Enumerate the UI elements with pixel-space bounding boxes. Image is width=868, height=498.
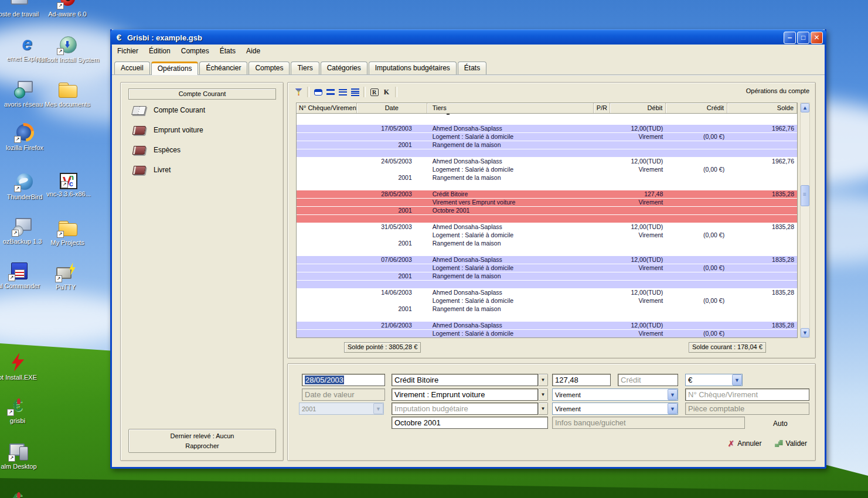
desktop-icon-my-projects[interactable]: ↗My Projects (32, 218, 103, 247)
desktop-icon-grisbi[interactable]: €↗grisbi (0, 396, 53, 425)
transaction-line[interactable]: 2001Rangement de la maison (297, 240, 797, 248)
credit-field[interactable]: Crédit (618, 374, 678, 386)
notes-field[interactable]: Octobre 2001 (392, 417, 548, 429)
tab-accueil[interactable]: Accueil (114, 62, 150, 74)
menu-aide[interactable]: Aide (241, 46, 265, 56)
chevron-down-icon[interactable]: ▼ (732, 374, 742, 386)
desktop-icon-putty[interactable]: ↗PuTTY (30, 262, 101, 291)
desktop-icon-alm-desktop[interactable]: ↗alm Desktop (0, 442, 54, 470)
maximize-button[interactable]: □ (797, 32, 809, 44)
tab-opérations[interactable]: Opérations (151, 62, 199, 75)
tab-comptes[interactable]: Comptes (249, 62, 290, 74)
sidebar-account-compte-courant[interactable]: Compte Courant (132, 104, 205, 116)
transaction-line[interactable] (297, 248, 797, 256)
tab-catégories[interactable]: Catégories (321, 62, 367, 74)
piece-comptable-field[interactable]: Pièce comptable (685, 403, 809, 415)
transaction-line[interactable]: Logement : Salarié à domicileVirement(0,… (297, 330, 797, 338)
payment-type-credit-select[interactable]: Virement ▼ (552, 403, 678, 415)
two-lines-view-icon[interactable] (324, 86, 336, 98)
date-valeur-field[interactable]: Date de valeur (302, 388, 385, 401)
validate-button[interactable]: Valider (775, 439, 807, 448)
transaction-line[interactable]: Logement : Salarié à domicileVirement(0,… (297, 231, 797, 240)
chevron-down-icon[interactable]: ▼ (668, 403, 678, 414)
minimize-button[interactable]: ‒ (784, 32, 796, 44)
transaction-row[interactable]: 24/05/2003Ahmed Donsaha-Saplass12,00(TUD… (297, 158, 797, 190)
show-reconciled-icon[interactable]: R (368, 86, 380, 98)
transaction-line[interactable]: 2001Octobre 2001 (297, 207, 797, 215)
transaction-line[interactable]: 2001Rangement de la maison (297, 141, 797, 149)
transaction-line[interactable] (297, 313, 797, 322)
transaction-line[interactable]: Logement : Salarié à domicileVirement(0,… (297, 166, 797, 174)
transaction-line[interactable]: 28/05/2003Crédit Bitoire127,481835,28 (297, 190, 797, 199)
exercice-select[interactable]: 2001 ▼ (299, 403, 384, 415)
scroll-down-icon[interactable]: ▼ (801, 328, 809, 337)
desktop-icon-mes-documents[interactable]: Mes documents (32, 80, 103, 108)
scroll-up-icon[interactable]: ▲ (801, 103, 809, 112)
payment-type-debit-select[interactable]: Virement ▼ (552, 388, 678, 401)
tab-échéancier[interactable]: Échéancier (199, 62, 247, 74)
budget-dropdown-icon[interactable]: ▼ (538, 403, 548, 415)
transaction-row[interactable]: 17/05/2003Ahmed Donsaha-Saplass12,00(TUD… (297, 125, 797, 158)
tab-états[interactable]: États (458, 62, 486, 74)
tab-tiers[interactable]: Tiers (291, 62, 319, 74)
column-header-date[interactable]: Date (357, 103, 427, 113)
sidebar-account-livret[interactable]: Livret (132, 164, 171, 176)
transaction-line[interactable]: 21/06/2003Ahmed Donsaha-Saplass12,00(TUD… (297, 322, 797, 330)
column-header-debit[interactable]: Débit (610, 103, 666, 113)
transaction-line[interactable] (297, 149, 797, 158)
desktop-icon-ot-install-exe[interactable]: ot Install.EXE (0, 353, 53, 381)
close-button[interactable]: ✕ (811, 32, 823, 44)
category-dropdown-icon[interactable]: ▼ (538, 388, 548, 401)
column-header-cheque[interactable]: N° Chèque/Virement (297, 103, 357, 113)
transaction-line[interactable]: 07/06/2003Ahmed Donsaha-Saplass12,00(TUD… (297, 256, 797, 264)
column-header-pr[interactable]: P/R (594, 103, 610, 113)
transaction-line[interactable]: Logement : Salarié à domicileVirement(0,… (297, 264, 797, 272)
tiers-field[interactable]: Crédit Bitoire (392, 374, 538, 386)
transaction-line[interactable] (297, 182, 797, 190)
reconcile-button[interactable]: Dernier relevé : Aucun Rapprocher (128, 429, 276, 453)
vertical-scrollbar[interactable]: ▲ ▼ (800, 103, 810, 338)
desktop-icon-ad-aware-6-0[interactable]: ↗Ad-aware 6.0 (32, 0, 103, 18)
transaction-row[interactable]: 31/05/2003Ahmed Donsaha-Saplass12,00(TUD… (297, 223, 797, 256)
transaction-row[interactable]: 21/06/2003Ahmed Donsaha-Saplass12,00(TUD… (297, 322, 797, 338)
transaction-row[interactable]: 14/06/2003Ahmed Donsaha-Saplass12,00(TUD… (297, 289, 797, 322)
chevron-down-icon[interactable]: ▼ (373, 403, 383, 414)
transaction-line[interactable]: Logement : Salarié à domicileVirement(0,… (297, 133, 797, 141)
cheque-number-field[interactable]: N° Chèque/Virement (685, 388, 809, 401)
category-field[interactable]: Virement : Emprunt voiture (392, 388, 538, 401)
four-lines-view-icon[interactable] (349, 86, 361, 98)
hide-reconciled-icon[interactable]: K (380, 86, 393, 98)
transaction-line[interactable]: 2001Rangement de la maison (297, 272, 797, 281)
scrollbar-thumb[interactable] (801, 185, 809, 206)
one-line-view-icon[interactable] (312, 86, 324, 98)
transaction-line[interactable]: 2001Rangement de la maison (297, 174, 797, 182)
menu-tats[interactable]: États (215, 46, 241, 56)
chevron-down-icon[interactable]: ▼ (668, 389, 678, 400)
tab-imputations-budgétaires[interactable]: Imputations budgétaires (369, 62, 457, 74)
menu-fichier[interactable]: Fichier (112, 46, 144, 56)
filter-icon[interactable] (292, 86, 305, 98)
transaction-line[interactable]: 31/05/2003Ahmed Donsaha-Saplass12,00(TUD… (297, 223, 797, 231)
transaction-line[interactable]: 24/05/2003Ahmed Donsaha-Saplass12,00(TUD… (297, 158, 797, 166)
transaction-line[interactable] (297, 281, 797, 289)
column-header-tiers[interactable]: Tiers (427, 103, 594, 113)
transaction-line[interactable]: 17/05/2003Ahmed Donsaha-Saplass12,00(TUD… (297, 125, 797, 133)
three-lines-view-icon[interactable] (336, 86, 349, 98)
transaction-line[interactable]: 2001Rangement de la maison (297, 305, 797, 313)
titlebar[interactable]: € Grisbi : example.gsb ‒ □ ✕ (110, 29, 826, 46)
transaction-line[interactable]: Logement : Salarié à domicileVirement(0,… (297, 297, 797, 305)
menu-dition[interactable]: Édition (144, 46, 176, 56)
column-header-solde[interactable]: Solde (727, 103, 797, 113)
desktop-icon-icon[interactable]: €↗ (0, 490, 53, 498)
debit-field[interactable]: 127,48 (552, 374, 611, 386)
date-field[interactable]: 28/05/2003 (302, 374, 385, 386)
tiers-dropdown-icon[interactable]: ▼ (538, 374, 548, 386)
cancel-button[interactable]: ✗ Annuler (727, 439, 761, 448)
desktop-icon-vnc-3-3-6-x86[interactable]: V↗vnc-3.3.6-x86... (33, 171, 104, 198)
desktop-icon-lozilla-firefox[interactable]: ↗lozilla Firefox (0, 123, 60, 152)
budget-field[interactable]: Imputation budgétaire (392, 403, 538, 415)
sidebar-account-emprunt-voiture[interactable]: Emprunt voiture (132, 124, 203, 136)
currency-select[interactable]: € ▼ (685, 374, 743, 386)
transaction-line[interactable]: Virement vers Emprunt voitureVirement (297, 199, 797, 207)
transaction-row[interactable]: 07/06/2003Ahmed Donsaha-Saplass12,00(TUD… (297, 256, 797, 289)
